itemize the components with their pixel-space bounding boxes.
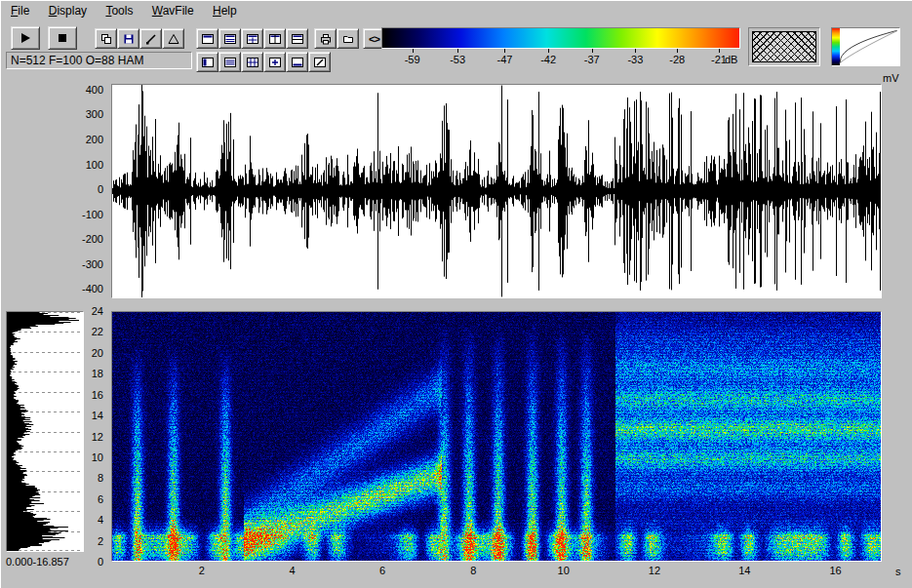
table-edit-icon bbox=[314, 57, 326, 68]
table-left-icon bbox=[202, 57, 214, 68]
x-tick-label: 6 bbox=[379, 565, 385, 576]
app-window: File Display Tools WavFile Help bbox=[0, 0, 912, 588]
x-tick-label: 12 bbox=[649, 565, 660, 576]
db-label: -42 bbox=[540, 54, 556, 65]
palette-curve-panel bbox=[831, 27, 900, 66]
window-hsplit-button[interactable] bbox=[286, 28, 308, 49]
y-tick-label: 100 bbox=[62, 159, 103, 171]
db-label: -59 bbox=[405, 54, 420, 65]
db-tick bbox=[548, 49, 549, 53]
table-grid-icon bbox=[247, 57, 258, 68]
y-tick-label: -200 bbox=[62, 233, 103, 245]
toolbar-group-layout: <> bbox=[196, 28, 385, 49]
spectrogram-x-axis: 2 4 6 8 10 12 14 16 bbox=[111, 565, 882, 578]
toolbar-group-edit bbox=[95, 28, 184, 49]
table-footer-button[interactable] bbox=[286, 52, 308, 72]
average-spectrum-panel bbox=[6, 311, 84, 552]
crosshatch-pattern bbox=[752, 31, 816, 62]
window-lines-icon bbox=[224, 33, 236, 45]
window-vsplit-button[interactable] bbox=[263, 28, 286, 49]
db-label: -28 bbox=[669, 54, 685, 65]
y-tick-label: 0 bbox=[62, 183, 103, 195]
db-tick bbox=[504, 49, 505, 53]
x-tick-label: 2 bbox=[199, 565, 205, 576]
table-plus-icon bbox=[269, 57, 281, 68]
db-tick bbox=[677, 49, 678, 53]
db-unit-label: dB bbox=[725, 54, 737, 65]
db-color-scale: -59 -53 -47 -42 -37 -33 -28 -21 dB bbox=[381, 27, 744, 66]
toolbar-group-view bbox=[196, 52, 331, 72]
spectrum-canvas bbox=[7, 312, 83, 551]
stop-icon bbox=[57, 32, 68, 44]
db-label: -53 bbox=[450, 54, 465, 65]
window-grid-icon bbox=[247, 33, 258, 45]
play-icon bbox=[19, 32, 32, 44]
menu-tools[interactable]: Tools bbox=[98, 1, 140, 20]
x-tick-label: 10 bbox=[558, 565, 570, 576]
spectrogram-panel bbox=[111, 311, 882, 562]
open-folder-icon bbox=[342, 33, 354, 45]
crosshatch-panel bbox=[748, 27, 820, 66]
copy-window-button[interactable] bbox=[95, 28, 117, 49]
y-tick-label: -300 bbox=[62, 258, 103, 270]
y-tick-label: 400 bbox=[62, 84, 103, 96]
spectrogram-canvas[interactable] bbox=[112, 312, 881, 561]
x-tick-label: 14 bbox=[738, 565, 750, 576]
triangle-icon bbox=[168, 33, 179, 45]
db-tick bbox=[457, 49, 458, 53]
time-unit-label: s bbox=[895, 566, 901, 577]
pencil-icon bbox=[145, 33, 157, 45]
db-tick bbox=[413, 49, 414, 53]
save-button[interactable] bbox=[117, 28, 139, 49]
x-tick-label: 8 bbox=[470, 565, 476, 576]
menu-help[interactable]: Help bbox=[205, 1, 245, 20]
copy-window-icon bbox=[100, 33, 112, 45]
table-footer-icon bbox=[292, 57, 303, 68]
table-rows-button[interactable] bbox=[218, 52, 241, 72]
table-grid-button[interactable] bbox=[241, 52, 263, 72]
menu-wavfile[interactable]: WavFile bbox=[144, 1, 202, 20]
window-vsplit-icon bbox=[269, 33, 281, 45]
y-tick-label: 200 bbox=[62, 134, 103, 145]
y-tick-label: -400 bbox=[62, 283, 103, 294]
time-range-label: 0.000-16.857 bbox=[6, 556, 69, 568]
db-label: -33 bbox=[627, 54, 643, 65]
menu-display[interactable]: Display bbox=[41, 1, 95, 20]
db-tick bbox=[635, 49, 636, 53]
x-tick-label: 4 bbox=[290, 565, 296, 576]
window-lines-button[interactable] bbox=[218, 28, 241, 49]
db-tick bbox=[592, 49, 593, 53]
window-single-icon bbox=[202, 33, 214, 45]
table-plus-button[interactable] bbox=[263, 52, 286, 72]
window-hsplit-icon bbox=[292, 33, 303, 45]
print-icon bbox=[320, 33, 332, 45]
open-file-button[interactable] bbox=[337, 28, 359, 49]
menu-file[interactable]: File bbox=[3, 1, 37, 20]
y-tick-label: 300 bbox=[62, 108, 103, 120]
pencil-button[interactable] bbox=[139, 28, 162, 49]
db-gradient-bar bbox=[381, 27, 740, 49]
table-left-button[interactable] bbox=[196, 52, 218, 72]
waveform-panel bbox=[111, 84, 882, 298]
db-gradient bbox=[382, 28, 739, 48]
print-button[interactable] bbox=[314, 28, 337, 49]
db-label: -37 bbox=[584, 54, 600, 65]
x-tick-label: 16 bbox=[829, 565, 841, 576]
waveform-canvas[interactable] bbox=[112, 85, 881, 297]
waveform-unit-label: mV bbox=[883, 72, 899, 84]
db-label: -47 bbox=[497, 54, 513, 65]
triangle-button[interactable] bbox=[162, 28, 184, 49]
save-icon bbox=[123, 33, 135, 45]
stop-button[interactable] bbox=[48, 26, 77, 50]
waveform-y-axis: 400 300 200 100 0 -100 -200 -300 -400 bbox=[65, 84, 106, 298]
table-rows-icon bbox=[224, 57, 236, 68]
window-grid-button[interactable] bbox=[241, 28, 263, 49]
play-button[interactable] bbox=[11, 26, 40, 50]
palette-canvas bbox=[832, 28, 899, 65]
y-tick-label: -100 bbox=[62, 209, 103, 220]
table-edit-button[interactable] bbox=[308, 52, 331, 72]
analysis-settings-display: N=512 F=100 O=88 HAM bbox=[6, 52, 192, 69]
window-single-button[interactable] bbox=[196, 28, 218, 49]
menu-bar: File Display Tools WavFile Help bbox=[1, 1, 912, 20]
db-tick bbox=[719, 49, 720, 53]
